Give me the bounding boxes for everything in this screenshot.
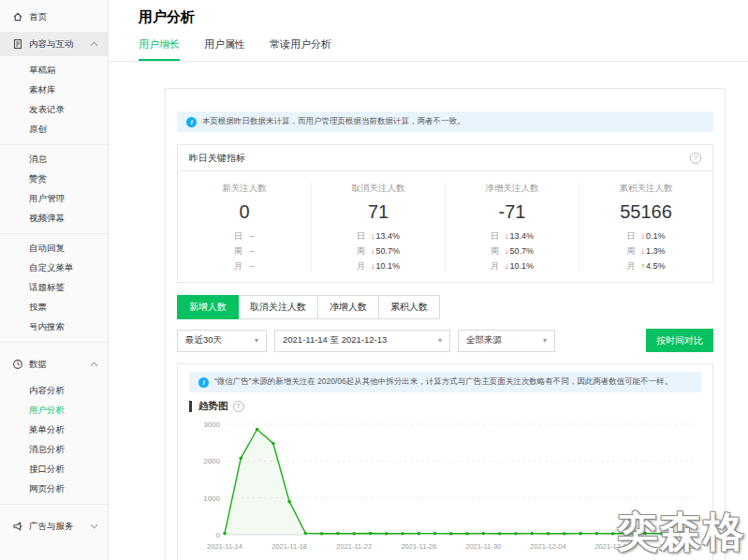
caret-down-icon: ▾: [543, 336, 547, 345]
trend-chart-card: i “微信广告”来源的新增关注在 2020/06起从其他中拆分出来，计算方式与广…: [177, 363, 713, 560]
source-select[interactable]: 全部来源▾: [458, 330, 555, 352]
date-range-select[interactable]: 2021-11-14 至 2021-12-13▾: [274, 330, 450, 352]
data-calculation-notice: i 本页根据昨日数据来计算，而用户管理页根据当前数据计算，两者不一致。: [177, 111, 713, 132]
metric-value: 55166: [579, 201, 712, 223]
sidebar-item-api-analysis[interactable]: 接口分析: [0, 459, 108, 479]
document-icon: [12, 38, 23, 50]
sidebar-home-label: 首页: [29, 11, 47, 23]
clock-icon: [12, 359, 23, 370]
metric-value: 71: [312, 201, 445, 223]
sidebar-item-drafts[interactable]: 草稿箱: [0, 60, 108, 80]
metric-month-row: 月↑4.5%: [579, 260, 712, 273]
info-icon: i: [198, 377, 209, 388]
metric-day-row: 日↓13.4%: [446, 230, 579, 243]
tab-user-growth[interactable]: 用户增长: [139, 37, 180, 61]
metric-week-row: 周↓50.7%: [446, 245, 579, 258]
chevron-up-icon: [90, 41, 98, 47]
compare-by-time-button[interactable]: 按时间对比: [646, 329, 713, 352]
sidebar-group-ads-services[interactable]: 广告与服务: [0, 514, 108, 538]
tab-user-attributes[interactable]: 用户属性: [204, 37, 245, 61]
sidebar-item-account-search[interactable]: 号内搜索: [0, 317, 108, 336]
sidebar-group-data[interactable]: 数据: [0, 352, 108, 376]
sidebar-item-material-library[interactable]: 素材库: [0, 80, 108, 99]
sidebar-item-web-analysis[interactable]: 网页分析: [0, 479, 108, 498]
sidebar-cluster-publish: 草稿箱 素材库 发表记录 原创: [0, 56, 108, 145]
chevron-up-icon: [90, 361, 98, 367]
svg-text:2021-11-22: 2021-11-22: [336, 542, 372, 551]
key-metrics-card: 昨日关键指标 ? 新关注人数 0 日-- 周-- 月-- 取消关注人数 71 日…: [177, 144, 713, 283]
svg-text:2021-12-08: 2021-12-08: [594, 542, 630, 551]
trend-line-chart[interactable]: 01000200030002021-11-142021-11-182021-11…: [189, 415, 705, 557]
megaphone-icon: [12, 521, 23, 532]
metric-value: -71: [446, 201, 579, 223]
help-icon[interactable]: ?: [690, 153, 701, 164]
metric-label: 取消关注人数: [312, 183, 445, 195]
metric-month-row: 月↓10.1%: [446, 260, 579, 273]
sidebar-item-topic-tags[interactable]: 话题标签: [0, 277, 108, 297]
metric-week-row: 周--: [178, 245, 311, 258]
svg-text:2021-11-14: 2021-11-14: [207, 542, 242, 551]
sidebar-item-publish-record[interactable]: 发表记录: [0, 99, 108, 119]
metric-new-followers: 新关注人数 0 日-- 周-- 月--: [178, 183, 311, 273]
metric-day-row: 日--: [178, 230, 311, 243]
svg-text:2021-11-18: 2021-11-18: [271, 542, 307, 551]
caret-down-icon: ▾: [255, 336, 258, 345]
metric-month-row: 月--: [178, 260, 311, 273]
metric-week-row: 周↓1.3%: [579, 245, 712, 258]
metric-total-followers: 累积关注人数 55166 日↓0.1% 周↓1.3% 月↑4.5%: [579, 183, 712, 273]
caret-down-icon: ▾: [438, 336, 442, 345]
sidebar-cluster-interaction: 消息 赞赏 用户管理 视频弹幕: [0, 145, 108, 234]
main-content: 用户分析 用户增长 用户属性 常读用户分析 i 本页根据昨日数据来计算，而用户管…: [109, 0, 748, 560]
chevron-down-icon: [90, 523, 98, 529]
sidebar-item-reward[interactable]: 赞赏: [0, 169, 108, 188]
sidebar-item-user-analysis[interactable]: 用户分析: [0, 400, 108, 420]
svg-text:2021-11-30: 2021-11-30: [466, 542, 502, 551]
sidebar-item-auto-reply[interactable]: 自动回复: [0, 238, 108, 258]
sidebar-item-user-management[interactable]: 用户管理: [0, 188, 108, 208]
sidebar-item-menu-analysis[interactable]: 菜单分析: [0, 420, 108, 439]
chart-title: 趋势图: [198, 400, 228, 413]
sidebar-group-label: 广告与服务: [29, 521, 74, 533]
sidebar-group-label: 数据: [29, 359, 47, 371]
sidebar-group-label: 内容与互动: [29, 38, 74, 51]
metrics-body: 新关注人数 0 日-- 周-- 月-- 取消关注人数 71 日↓13.4% 周↓…: [178, 171, 712, 282]
segment-net-increase-button[interactable]: 净增人数: [317, 295, 379, 319]
sidebar: 首页 内容与互动 草稿箱 素材库 发表记录 原创 消息 赞赏 用户管理 视频弹幕…: [0, 0, 109, 560]
svg-text:2000: 2000: [203, 457, 220, 465]
sidebar-cluster-analytics: 内容分析 用户分析 菜单分析 消息分析 接口分析 网页分析: [0, 376, 108, 505]
tab-frequent-reader-analysis[interactable]: 常读用户分析: [270, 37, 331, 61]
sidebar-item-message-analysis[interactable]: 消息分析: [0, 439, 108, 459]
key-metrics-header: 昨日关键指标 ?: [178, 145, 712, 171]
sidebar-group-content-interaction[interactable]: 内容与互动: [0, 32, 108, 56]
wechat-ads-notice: i “微信广告”来源的新增关注在 2020/06起从其他中拆分出来，计算方式与广…: [189, 372, 701, 392]
svg-text:3000: 3000: [203, 420, 220, 429]
notice-text: “微信广告”来源的新增关注在 2020/06起从其他中拆分出来，计算方式与广告主…: [214, 376, 672, 388]
metric-value: 0: [178, 201, 311, 223]
metric-unfollowers: 取消关注人数 71 日↓13.4% 周↓50.7% 月↓10.1%: [311, 183, 445, 273]
app-window: 首页 内容与互动 草稿箱 素材库 发表记录 原创 消息 赞赏 用户管理 视频弹幕…: [0, 0, 748, 560]
help-icon[interactable]: ?: [233, 401, 244, 412]
content-panel: i 本页根据昨日数据来计算，而用户管理页根据当前数据计算，两者不一致。 昨日关键…: [165, 88, 726, 560]
home-icon: [12, 11, 23, 22]
metric-month-row: 月↓10.1%: [312, 260, 445, 273]
sidebar-item-home[interactable]: 首页: [0, 6, 108, 28]
sidebar-item-messages[interactable]: 消息: [0, 149, 108, 169]
svg-text:0: 0: [216, 531, 221, 539]
chart-title-row: 趋势图 ?: [189, 400, 701, 413]
svg-text:1000: 1000: [203, 494, 220, 503]
sidebar-item-original[interactable]: 原创: [0, 119, 108, 139]
metric-day-row: 日↓13.4%: [312, 230, 445, 243]
sidebar-item-voting[interactable]: 投票: [0, 297, 108, 317]
segment-total-button[interactable]: 累积人数: [378, 295, 440, 319]
sidebar-item-content-analysis[interactable]: 内容分析: [0, 380, 108, 400]
info-icon: i: [186, 117, 197, 127]
time-range-select[interactable]: 最近30天▾: [177, 330, 267, 352]
tab-bar: 用户增长 用户属性 常读用户分析: [109, 37, 748, 62]
page-title: 用户分析: [139, 8, 748, 26]
key-metrics-title: 昨日关键指标: [189, 152, 245, 165]
sidebar-item-custom-menu[interactable]: 自定义菜单: [0, 258, 108, 277]
segment-new-followers-button[interactable]: 新增人数: [177, 295, 239, 319]
segment-unfollowers-button[interactable]: 取消关注人数: [238, 295, 318, 319]
metric-segment-buttons: 新增人数 取消关注人数 净增人数 累积人数: [177, 295, 440, 319]
sidebar-item-video-danmaku[interactable]: 视频弹幕: [0, 208, 108, 228]
